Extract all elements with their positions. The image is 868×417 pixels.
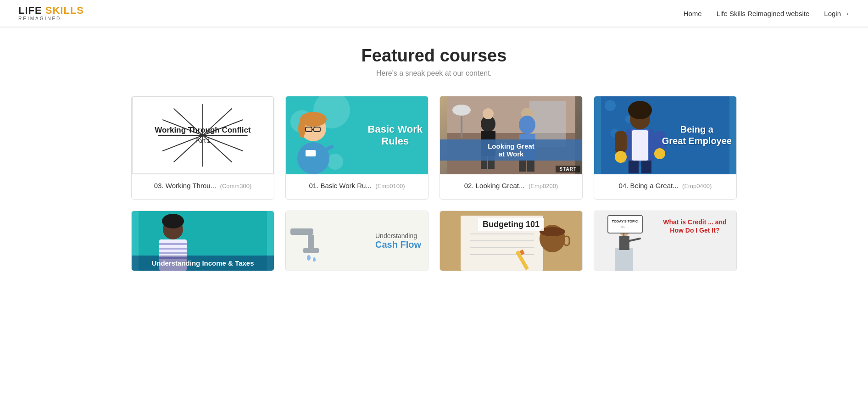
course-thumbnail-basicwork: Basic Work Rules [286, 96, 428, 174]
course-thumbnail-great: Being a Great Employee [594, 96, 736, 174]
nav-home[interactable]: Home [684, 10, 702, 17]
svg-text:TODAY'S TOPIC: TODAY'S TOPIC [612, 219, 638, 223]
svg-rect-46 [632, 130, 648, 161]
svg-point-25 [452, 105, 471, 116]
income-label: Understanding Income & Taxes [132, 256, 274, 271]
courses-row-1: Working Through Conflict Part 1 03. Work… [131, 96, 737, 200]
course-code-looking: (Emp0200) [529, 183, 558, 189]
course-thumbnail-credit: TODAY'S TOPIC IS ... What is Credit ... … [594, 211, 736, 271]
course-card-looking[interactable]: Looking Great at Work START 02. Looking … [440, 96, 583, 200]
course-name-great: 04. Being a Great... [619, 182, 679, 189]
svg-rect-78 [615, 248, 633, 271]
starburst-graphic: Working Through Conflict Part 1 [133, 97, 273, 173]
svg-rect-82 [608, 216, 642, 233]
looking-title-l2: at Work [445, 150, 577, 158]
course-card-great[interactable]: Being a Great Employee 04. Being a Great… [594, 96, 737, 200]
course-card-cashflow[interactable]: Understanding Cash Flow [285, 211, 428, 271]
svg-rect-35 [527, 160, 534, 172]
svg-rect-47 [615, 131, 627, 154]
svg-point-50 [654, 148, 665, 159]
header: LIFE SKILLS REIMAGINED Home Life Skills … [0, 0, 868, 27]
course-card-basicwork[interactable]: Basic Work Rules 01. Basic Work Ru... (E… [285, 96, 428, 200]
start-badge: START [556, 166, 580, 172]
svg-rect-79 [619, 236, 629, 250]
svg-point-49 [615, 151, 627, 163]
course-thumbnail-budget: Budgeting 101 [440, 211, 582, 271]
course-code-basicwork: (Emp0100) [375, 183, 405, 189]
course-thumbnail-cashflow: Understanding Cash Flow [286, 211, 428, 271]
looking-banner: Looking Great at Work [440, 139, 582, 161]
logo-text: LIFE SKILLS [18, 6, 84, 16]
course-info-conflict: 03. Working Throu... (Comm300) [132, 174, 274, 199]
course-info-basicwork: 01. Basic Work Ru... (Emp0100) [286, 174, 428, 199]
looking-title-l1: Looking Great [445, 142, 577, 150]
svg-rect-19 [306, 150, 316, 156]
course-card-conflict[interactable]: Working Through Conflict Part 1 03. Work… [131, 96, 274, 200]
login-icon: → [843, 10, 850, 17]
people-svg [440, 96, 582, 174]
svg-point-27 [483, 108, 494, 119]
svg-point-43 [628, 101, 652, 119]
courses-row-2: Understanding Income & Taxes [131, 211, 737, 271]
course-card-credit[interactable]: TODAY'S TOPIC IS ... What is Credit ... … [594, 211, 737, 271]
course-thumbnail-conflict: Working Through Conflict Part 1 [132, 96, 274, 174]
svg-text:IS ...: IS ... [621, 225, 628, 229]
svg-rect-62 [308, 235, 314, 249]
great-label: Being a Great Employee [662, 124, 732, 147]
course-name-conflict: 03. Working Throu... [154, 182, 216, 189]
course-code-great: (Emp0400) [682, 183, 712, 189]
faucet-svg [290, 216, 327, 261]
svg-rect-63 [303, 248, 319, 253]
course-name-looking: 02. Looking Great... [464, 182, 525, 189]
main-nav: Home Life Skills Reimagined website Logi… [684, 10, 850, 17]
course-card-income[interactable]: Understanding Income & Taxes [131, 211, 274, 271]
basicwork-label: Basic Work Rules [368, 123, 423, 148]
logo-sub: REIMAGINED [18, 16, 61, 21]
svg-rect-34 [519, 160, 526, 172]
svg-rect-57 [159, 243, 187, 245]
svg-rect-51 [629, 161, 639, 173]
starburst-title: Working Through Conflict Part 1 [155, 125, 250, 145]
svg-point-15 [298, 119, 306, 138]
credit-label: What is Credit ... and How Do I Get It? [658, 218, 732, 234]
course-info-great: 04. Being a Great... (Emp0400) [594, 174, 736, 199]
course-card-budget[interactable]: Budgeting 101 [440, 211, 583, 271]
svg-point-32 [519, 116, 535, 134]
character-svg-basicwork [288, 99, 339, 174]
svg-point-55 [162, 214, 184, 228]
svg-point-37 [605, 100, 616, 111]
budget-label: Budgeting 101 [478, 218, 544, 231]
main-content: Featured courses Here's a sneak peek at … [113, 28, 755, 271]
nav-website[interactable]: Life Skills Reimagined website [717, 10, 810, 17]
page-title: Featured courses [131, 46, 737, 66]
svg-point-65 [313, 257, 316, 261]
page-header: Featured courses Here's a sneak peek at … [131, 46, 737, 78]
svg-rect-59 [159, 252, 187, 254]
course-code-conflict: (Comm300) [220, 183, 252, 189]
course-info-looking: 02. Looking Great... (Emp0200) [440, 174, 582, 199]
course-thumbnail-looking: Looking Great at Work START [440, 96, 582, 174]
cashflow-text: Understanding Cash Flow [375, 232, 421, 250]
svg-rect-52 [641, 161, 651, 173]
svg-rect-61 [290, 228, 313, 235]
page-subtitle: Here's a sneak peek at our content. [131, 69, 737, 78]
course-thumbnail-income: Understanding Income & Taxes [132, 211, 274, 271]
nav-login[interactable]: Login → [824, 10, 850, 17]
svg-point-64 [307, 255, 311, 261]
svg-point-12 [297, 142, 329, 174]
logo[interactable]: LIFE SKILLS REIMAGINED [18, 6, 84, 21]
svg-rect-58 [159, 248, 187, 250]
course-name-basicwork: 01. Basic Work Ru... [309, 182, 371, 189]
